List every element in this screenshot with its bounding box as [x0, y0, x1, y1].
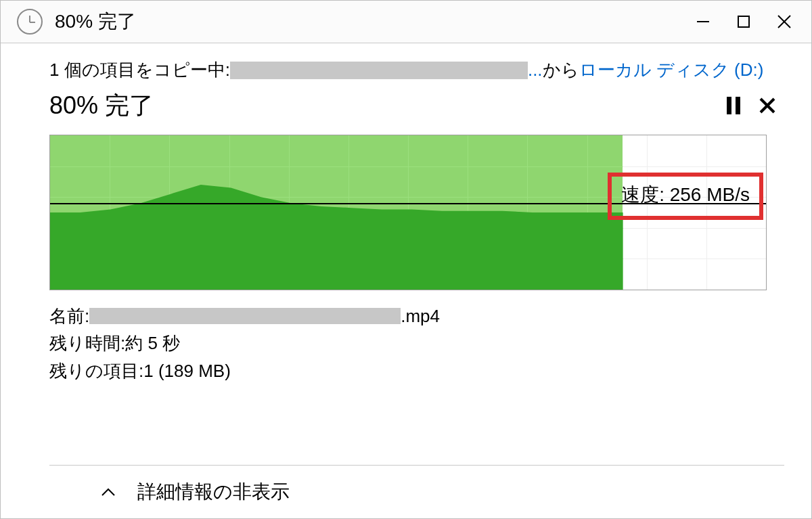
dialog-body: 1 個の項目をコピー中: ... から ローカル ディスク (D:) 80% 完… [1, 43, 811, 518]
titlebar: 80% 完了 [1, 1, 811, 43]
pause-button[interactable] [717, 89, 750, 122]
redacted-filename [89, 308, 401, 324]
progress-row: 80% 完了 [49, 89, 784, 122]
time-value: 約 5 秒 [125, 330, 180, 357]
name-label: 名前: [49, 302, 89, 330]
details-toggle-label: 詳細情報の非表示 [137, 479, 290, 505]
clock-icon [17, 9, 43, 35]
svg-rect-1 [738, 16, 749, 27]
detail-time-row: 残り時間: 約 5 秒 [49, 330, 784, 357]
redacted-source-path [230, 62, 528, 79]
destination-link[interactable]: ローカル ディスク (D:) [579, 58, 764, 82]
svg-marker-7 [50, 185, 623, 290]
copy-progress-window: 80% 完了 1 個の項目をコピー中: ... から ローカル ディスク (D:… [0, 0, 812, 519]
name-suffix: .mp4 [401, 302, 440, 330]
detail-remaining-row: 残りの項目: 1 (189 MB) [49, 357, 784, 384]
maximize-button[interactable] [723, 5, 764, 39]
speed-chart: 速度: 256 MB/s [49, 135, 767, 290]
remaining-value: 1 (189 MB) [143, 357, 231, 384]
chevron-up-icon [98, 487, 118, 497]
remaining-label: 残りの項目: [49, 357, 143, 384]
progress-text: 80% 完了 [49, 89, 717, 122]
copy-source-line: 1 個の項目をコピー中: ... から ローカル ディスク (D:) [49, 58, 784, 82]
window-title: 80% 完了 [55, 9, 683, 35]
detail-name-row: 名前: .mp4 [49, 302, 784, 330]
copy-prefix: 1 個の項目をコピー中: [49, 58, 230, 82]
close-button[interactable] [764, 5, 805, 39]
details-block: 名前: .mp4 残り時間: 約 5 秒 残りの項目: 1 (189 MB) [49, 302, 784, 384]
speed-label-highlight: 速度: 256 MB/s [608, 173, 763, 220]
cancel-button[interactable] [750, 89, 784, 122]
speed-label: 速度: 256 MB/s [621, 184, 750, 205]
copy-from-word: から [543, 58, 579, 82]
time-label: 残り時間: [49, 330, 125, 357]
copy-ellipsis: ... [528, 60, 543, 81]
minimize-button[interactable] [683, 5, 723, 39]
details-toggle[interactable]: 詳細情報の非表示 [49, 465, 784, 518]
